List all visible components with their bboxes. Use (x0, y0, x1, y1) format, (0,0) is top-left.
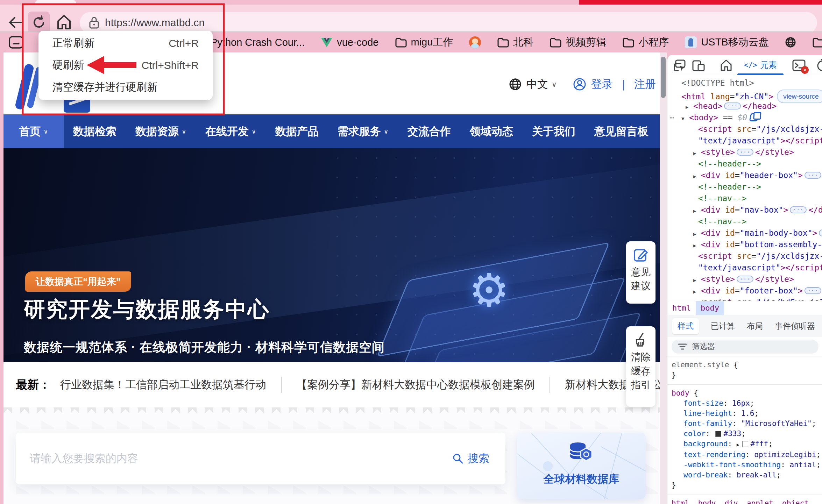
language-globe-icon[interactable] (509, 78, 522, 91)
expand-arrow-icon[interactable]: ▶ (693, 205, 701, 217)
register-link[interactable]: 注册 (634, 77, 656, 92)
expand-arrow-icon[interactable]: ▶ (693, 171, 701, 182)
expand-arrow-icon[interactable]: ▶ (693, 240, 701, 251)
pane-tab[interactable]: 样式 (672, 318, 699, 334)
css-property[interactable]: -webkit-font-smoothing: antial; (672, 460, 822, 470)
browser-tab[interactable] (35, 0, 76, 5)
node-menu-icon[interactable]: ⋯ (669, 112, 674, 123)
clear-cache-guide-button[interactable]: 清除缓存指引 (626, 326, 656, 407)
expand-arrow-icon[interactable]: ▶ (693, 275, 701, 286)
sidebar-icon[interactable] (8, 35, 24, 49)
page-scrollbar-thumb[interactable] (661, 57, 666, 98)
inspect-icon[interactable] (673, 59, 686, 72)
css-property[interactable]: text-rendering: optimizeLegibi; (672, 450, 822, 460)
nav-item[interactable]: 数据资源∨ (126, 114, 196, 148)
dom-node[interactable]: <!--header--> (667, 158, 822, 170)
dom-node[interactable]: ▶<style>···</style> (667, 274, 822, 285)
nav-item[interactable]: 交流合作 (398, 114, 460, 148)
pane-tab[interactable]: 事件侦听器 (775, 321, 815, 332)
dom-node[interactable]: ▶<div id="header-box">···</div> (667, 170, 822, 181)
url-text[interactable]: https://www.matbd.cn (105, 17, 205, 29)
dom-node[interactable]: ▶<style>···</style> (667, 147, 822, 158)
bookmark-item[interactable]: Python Crash Cour... (211, 37, 305, 48)
expand-arrow-icon[interactable]: ▼ (681, 113, 689, 125)
dom-node[interactable]: <!--nav--> (667, 193, 822, 204)
pane-tab[interactable]: 布局 (747, 321, 763, 332)
more-tools-icon[interactable] (816, 59, 822, 72)
collapsed-ellipsis[interactable]: ··· (737, 276, 753, 283)
dom-node[interactable]: ▶<div id="bottom-assembly-box"> (667, 239, 822, 250)
menu-item[interactable]: 清空缓存并进行硬刷新 (38, 76, 213, 98)
nav-item[interactable]: 领域动态 (460, 114, 523, 148)
breadcrumb-html[interactable]: html (667, 301, 696, 315)
search-input[interactable] (16, 452, 452, 465)
dom-node[interactable]: ▶<head>···</head> (667, 100, 822, 112)
collapsed-ellipsis[interactable]: ··· (805, 172, 821, 179)
expand-arrow-icon[interactable]: ▶ (693, 286, 701, 298)
breadcrumb-body[interactable]: body (696, 301, 724, 315)
collapsed-ellipsis[interactable]: ··· (790, 206, 807, 213)
refresh-button[interactable] (28, 12, 50, 33)
welcome-home-icon[interactable] (720, 59, 732, 72)
login-link[interactable]: 登录 (591, 77, 613, 92)
bookmark-item[interactable] (785, 37, 796, 48)
bookmark-item[interactable] (469, 36, 481, 48)
menu-item[interactable]: 正常刷新Ctrl+R (38, 32, 213, 54)
dom-node[interactable]: ▶<div id="nav-box">···</div> (667, 204, 822, 216)
bookmark-item[interactable]: 小程序 (622, 35, 669, 49)
css-rule[interactable]: element.style {} (667, 356, 822, 385)
expand-arrow-icon[interactable]: ▶ (686, 101, 693, 113)
color-swatch[interactable] (715, 431, 721, 437)
dom-node[interactable]: ⋯▼<body> == $0 (667, 112, 822, 123)
dom-node[interactable]: <html lang="zh-CN">view-source (667, 89, 822, 100)
tab-elements[interactable]: </> 元素 (736, 55, 785, 75)
page-scrollbar[interactable] (660, 52, 667, 504)
collapsed-ellipsis[interactable]: ··· (724, 102, 741, 109)
pane-tab[interactable]: 已计算 (711, 321, 735, 332)
css-property[interactable]: font-size: 16px; (672, 398, 822, 409)
language-label[interactable]: 中文 (526, 77, 548, 92)
expand-arrow-icon[interactable]: ▶ (693, 228, 701, 240)
collapsed-ellipsis[interactable]: ··· (737, 149, 753, 156)
address-bar[interactable]: https://www.matbd.cn (80, 12, 817, 34)
lock-icon[interactable] (89, 16, 99, 29)
bookmark-item[interactable]: USTB移动云盘 (685, 35, 768, 49)
nav-item[interactable]: 数据检索 (64, 114, 126, 148)
dom-node[interactable]: <!DOCTYPE html> (667, 77, 822, 89)
language-chevron-down-icon[interactable]: ∨ (552, 80, 557, 88)
dom-node[interactable]: <script src="/js/xcldsjzx-h (667, 123, 822, 135)
nav-item[interactable]: 在线开发∨ (196, 114, 266, 148)
dom-node[interactable]: <script src="/js/hdSyn.js? (667, 297, 822, 301)
css-property[interactable]: word-break: break-all; (672, 470, 822, 480)
bookmark-item[interactable]: 北科 (497, 35, 533, 49)
device-toolbar-icon[interactable] (692, 59, 705, 72)
bookmark-item[interactable]: 社团注册 (812, 35, 822, 49)
dom-node[interactable]: "text/javascript"></script> (667, 135, 822, 147)
ticker-item[interactable]: 【案例分享】新材料大数据中心数据模板创建案例 (296, 377, 535, 392)
bookmark-item[interactable]: migu工作 (395, 35, 453, 49)
css-property[interactable]: background: ▶#fff; (672, 439, 822, 450)
css-property[interactable]: line-height: 1.6; (672, 409, 822, 419)
dom-node[interactable]: "text/javascript"></script> (667, 262, 822, 274)
nav-item[interactable]: 首页∨ (3, 114, 64, 148)
expand-arrow-icon[interactable]: ▶ (693, 148, 701, 159)
dom-node[interactable]: <script src="/js/xcldsjzx-f (667, 250, 822, 262)
dom-node[interactable]: <!--header--> (667, 181, 822, 193)
nav-item[interactable]: 意见留言板 (585, 114, 658, 148)
bookmark-item[interactable]: vue-code (321, 37, 378, 48)
collapsed-ellipsis[interactable]: ··· (819, 229, 822, 236)
collapsed-ellipsis[interactable]: ··· (805, 287, 821, 294)
nav-item[interactable]: 关于我们 (523, 114, 585, 148)
nav-item[interactable]: 数据产品 (266, 114, 328, 148)
nav-item[interactable]: 需求服务∨ (328, 114, 398, 148)
css-rule[interactable]: html, body, div, applet, object (667, 495, 822, 504)
css-property[interactable]: color: #333; (672, 429, 822, 439)
bookmark-item[interactable]: 视频剪辑 (550, 35, 606, 49)
color-swatch[interactable] (742, 441, 748, 447)
dom-node[interactable]: <!--nav--> (667, 216, 822, 227)
search-button[interactable]: 搜索 (452, 451, 489, 466)
back-icon[interactable] (8, 14, 24, 30)
css-rule[interactable]: body {font-size: 16px;line-height: 1.6;f… (667, 385, 822, 495)
css-property[interactable]: font-family: "MicrosoftYaHei"; (672, 419, 822, 429)
dom-node[interactable]: ▶<div id="main-body-box">··· (667, 227, 822, 239)
